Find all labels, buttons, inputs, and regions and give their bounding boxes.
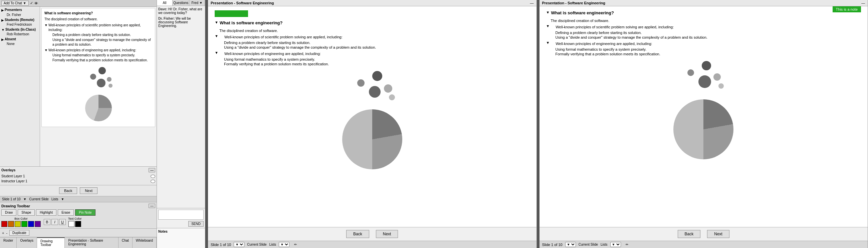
overlays-collapse-button[interactable]: —	[149, 168, 155, 172]
pres1-next-button[interactable]: Next	[376, 230, 398, 238]
minus-icon: -	[6, 231, 7, 235]
pres1-content: ▼ What is software engineering? The disc…	[208, 6, 536, 227]
dr-fisher-item[interactable]: Dr. Fisher	[1, 13, 38, 17]
pres2-circle3	[699, 75, 711, 88]
pres1-current-slide: Current Slide	[247, 243, 267, 246]
pres2-current-slide: Current Slide	[579, 243, 598, 246]
pres2-close-icon[interactable]: —	[861, 1, 865, 5]
back-button[interactable]: Back	[59, 187, 77, 194]
italic-button[interactable]: I	[52, 219, 58, 225]
sender-dr-fisher: Dr. Fisher:	[158, 17, 175, 20]
presentation-tab[interactable]: Presentation - Software Engineering	[65, 237, 118, 248]
pres1-title-bar: Presentation - Software Engineering —	[208, 0, 536, 6]
students-in-class-label: Students (In-Class)	[5, 28, 36, 31]
pres2-circles	[673, 59, 734, 96]
shape-button[interactable]: Shape	[18, 209, 35, 216]
pres1-title: Presentation - Software Engineering	[211, 1, 274, 5]
pres2-bottom-bar: Slide 1 of 10 ▼ Current Slide Lists ▼ ✏	[539, 241, 868, 248]
pres1-sub3: Using formal mathematics to specify a sy…	[215, 57, 530, 61]
pres1-lists: Lists	[270, 243, 276, 246]
slide-bullet2: Well-known principles of engineering are…	[49, 48, 136, 53]
color-purple[interactable]	[35, 221, 41, 227]
pres2-sub1: Defining a problem clearly before starti…	[546, 31, 861, 35]
color-red[interactable]	[1, 221, 7, 227]
fred-fredrickson-item[interactable]: Fred Fredrickson	[1, 23, 38, 26]
bold-button[interactable]: B	[44, 219, 51, 225]
pres1-circle4	[384, 84, 392, 93]
roster-tab[interactable]: Roster	[0, 237, 17, 248]
text-color-white[interactable]	[68, 221, 74, 227]
pres2-pie-area	[546, 99, 861, 160]
color-yellow[interactable]	[15, 221, 21, 227]
color-blue[interactable]	[28, 221, 34, 227]
duplicate-row: + - Duplicate	[0, 228, 157, 237]
pres2-edit-icon[interactable]: ✏	[624, 242, 630, 247]
slide-bottom-bar: Slide 1 of 10 ▼ Current Slide Lists ▼	[0, 196, 157, 202]
circle-4	[107, 77, 112, 82]
circles-diagram	[79, 65, 119, 92]
notes-section: Notes	[157, 228, 205, 248]
pres2-circle2	[687, 69, 694, 76]
student-layer-item: Student Layer 1	[1, 174, 155, 179]
pres1-slide-select[interactable]: ▼	[234, 242, 244, 247]
pres2-slide-select[interactable]: ▼	[565, 242, 576, 247]
pres1-close-icon[interactable]: —	[530, 1, 534, 5]
draw-button[interactable]: Draw	[1, 209, 17, 216]
drawing-toolbar-tab[interactable]: Drawing Toolbar	[37, 237, 65, 248]
left-panel: Add To Chat ▼ ✓ 👁 ▶ Presenters Dr. Fishe…	[0, 0, 157, 248]
pin-note-button[interactable]: Pin Note	[75, 209, 95, 216]
pie-chart	[85, 95, 112, 121]
pres1-circles	[342, 69, 402, 106]
top-toolbar: Add To Chat ▼ ✓ 👁	[0, 0, 157, 7]
questions-tab[interactable]: Questions	[173, 0, 189, 6]
pres2-content: This is a note ▼ What is software engine…	[539, 6, 868, 227]
duplicate-button[interactable]: Duplicate	[9, 230, 29, 236]
instructor-layer-eye-icon[interactable]	[151, 180, 155, 183]
chat-panel: All Questions Fred ▼ Dave: Hi! Dr. Fishe…	[157, 0, 205, 248]
overlays-tab[interactable]: Overlays	[17, 237, 37, 248]
pres1-back-button[interactable]: Back	[346, 230, 369, 238]
color-green[interactable]	[21, 221, 27, 227]
pres2-title: Presentation - Software Engineering	[542, 1, 605, 5]
highlight-button[interactable]: Highlight	[36, 209, 56, 216]
middle-divider[interactable]	[537, 0, 539, 248]
text-format-tools: B I U	[44, 219, 66, 225]
erase-button[interactable]: Erase	[58, 209, 74, 216]
rob-robertson-item[interactable]: Rob Robertson	[1, 32, 38, 36]
overlays-header: Overlays —	[1, 168, 155, 172]
chat-input-field[interactable]	[158, 210, 204, 220]
add-to-chat-button[interactable]: Add To Chat ▼	[1, 1, 29, 6]
chat-message-1: Dave: Hi! Dr. Fisher, what are we coveri…	[158, 7, 204, 15]
students-remote-label: Students (Remote)	[5, 18, 34, 22]
slide-num-select-icon: ▼	[23, 197, 27, 201]
text-color-black[interactable]	[75, 221, 81, 227]
left-divider[interactable]	[205, 0, 208, 248]
drawing-toolbar-collapse[interactable]: —	[149, 204, 155, 208]
underline-button[interactable]: U	[59, 219, 66, 225]
presentation-panel-1: Presentation - Software Engineering — ▼ …	[208, 0, 537, 248]
slide-sub3: Using formal mathematics to specify a sy…	[44, 53, 152, 58]
pres1-para1: The disciplined creation of software.	[215, 29, 530, 33]
color-orange[interactable]	[8, 221, 14, 227]
pres1-edit-icon[interactable]: ✏	[292, 242, 299, 247]
participants-sidebar: ▶ Presenters Dr. Fisher ▶ Students (Remo…	[0, 7, 40, 166]
slide-nav-buttons: Back Next	[0, 185, 157, 196]
send-button[interactable]: SEND	[188, 221, 204, 227]
student-layer-label: Student Layer 1	[1, 174, 25, 178]
pres1-circle1	[372, 71, 382, 81]
whiteboard-tab[interactable]: Whiteboard	[132, 237, 157, 248]
slide-sub2: Using a "divide and conquer" strategy to…	[44, 38, 152, 47]
student-layer-eye-icon[interactable]	[151, 175, 155, 178]
instructor-layer-label: Instructor Layer 1	[1, 179, 27, 183]
pres1-sub4: Formally verifying that a problem soluti…	[215, 62, 530, 66]
pres2-back-button[interactable]: Back	[678, 230, 701, 238]
pres2-note-badge: This is a note	[833, 6, 861, 12]
slide-sub1: Defining a problem clearly before starti…	[44, 33, 152, 37]
fred-tab[interactable]: Fred ▼	[189, 0, 205, 6]
next-button[interactable]: Next	[80, 187, 97, 194]
pres2-lists-select[interactable]: ▼	[610, 242, 621, 247]
pres1-lists-select[interactable]: ▼	[279, 242, 289, 247]
pres2-next-button[interactable]: Next	[707, 230, 730, 238]
chat-tab[interactable]: Chat	[119, 237, 132, 248]
all-tab[interactable]: All	[157, 0, 173, 6]
